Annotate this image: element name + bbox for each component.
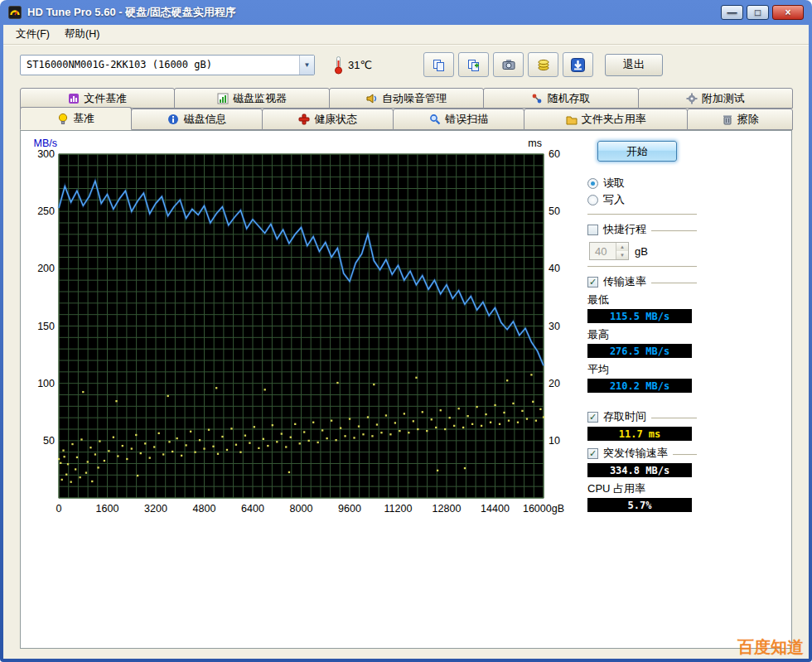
tab-label: 基准 [73,111,94,126]
gear-icon [686,93,698,104]
read-label: 读取 [603,176,625,191]
tab-row-1: 文件基准 磁盘监视器 自动噪音管理 随机存取 附加测试 [20,88,792,109]
svg-text:1600: 1600 [96,503,119,515]
window-controls: — □ × [721,5,804,20]
drive-select[interactable]: ST16000NM001G-2KK103 (16000 gB) ▼ [20,55,315,75]
svg-text:60: 60 [549,148,560,160]
svg-text:3200: 3200 [144,503,167,515]
window-title: HD Tune Pro 5.60 - 硬盘/固态硬盘实用程序 [27,5,721,20]
menu-item-file[interactable]: 文件(F) [8,25,57,44]
tab-label: 文件基准 [84,91,127,106]
svg-text:30: 30 [549,321,560,332]
svg-text:14400: 14400 [481,503,510,515]
tab-label: 健康状态 [314,112,357,127]
drive-select-value: ST16000NM001G-2KK103 (16000 gB) [21,56,299,75]
spacer [587,397,697,408]
maximize-button[interactable]: □ [747,5,769,20]
tab-disk-info[interactable]: 磁盘信息 [131,109,263,130]
svg-text:9600: 9600 [338,503,361,515]
svg-text:50: 50 [43,435,55,447]
tab-aam[interactable]: 自动噪音管理 [329,88,484,109]
tab-benchmark[interactable]: 基准 [20,107,132,130]
chevron-down-icon[interactable]: ▼ [299,56,314,75]
spin-down-icon[interactable]: ▼ [616,251,628,259]
tab-erase[interactable]: 擦除 [687,109,793,130]
app-window: HD Tune Pro 5.60 - 硬盘/固态硬盘实用程序 — □ × 文件(… [0,0,812,662]
burst-rate-checkbox[interactable]: ✓ [587,448,598,459]
svg-text:8000: 8000 [290,503,313,515]
transfer-rate-label: 传输速率 [603,274,646,289]
copy-icon [433,59,445,71]
divider [587,266,697,268]
transfer-rate-checkbox[interactable]: ✓ [587,277,598,288]
tab-folder-usage[interactable]: 文件夹占用率 [524,109,688,130]
svg-text:10: 10 [549,435,560,447]
divider [587,214,697,215]
max-label: 最高 [587,327,697,342]
write-option-row: 写入 [587,191,697,208]
svg-text:12800: 12800 [433,503,462,515]
cpu-usage-label: CPU 占用率 [587,481,697,496]
tab-health[interactable]: 健康状态 [262,109,394,130]
minimize-button[interactable]: — [721,5,743,20]
tab-extra-tests[interactable]: 附加测试 [638,88,793,109]
folder-icon [566,114,578,125]
copy-add-icon [467,59,480,71]
short-stroke-row: 快捷行程 [587,221,697,238]
access-time-row: ✓ 存取时间 [587,408,697,425]
magnifier-icon [429,114,441,125]
svg-text:6400: 6400 [241,503,264,515]
svg-text:16000gB: 16000gB [523,503,564,515]
read-option-row: 读取 [587,175,697,191]
tab-disk-monitor[interactable]: 磁盘监视器 [174,88,329,109]
access-time-label: 存取时间 [603,409,646,424]
exit-button[interactable]: 退出 [605,54,663,76]
tab-label: 附加测试 [702,91,745,106]
access-time-checkbox[interactable]: ✓ [587,412,598,423]
svg-text:0: 0 [56,503,62,515]
svg-text:MB/s: MB/s [34,138,57,149]
copy-add-button[interactable] [458,52,489,77]
close-button[interactable]: × [772,5,804,20]
disk-monitor-icon [217,93,229,104]
tab-label: 磁盘监视器 [233,91,287,106]
download-button[interactable] [563,52,593,77]
random-access-icon [531,93,543,104]
app-body: 文件(F) 帮助(H) ST16000NM001G-2KK103 (16000 … [3,25,809,659]
tab-random-access[interactable]: 随机存取 [483,88,638,109]
cpu-usage-value: 5.7% [587,498,692,512]
access-time-value: 11.7 ms [587,427,692,441]
toolbar-buttons [423,52,593,77]
svg-text:11200: 11200 [384,503,413,515]
divider [673,454,697,456]
svg-text:ms: ms [528,138,542,149]
screenshot-button[interactable] [493,52,524,77]
spin-up-icon[interactable]: ▲ [616,243,628,251]
short-stroke-checkbox[interactable] [587,225,598,235]
copy-button[interactable] [423,52,454,77]
tab-label: 错误扫描 [445,112,488,127]
health-cross-icon [298,114,310,125]
save-button[interactable] [528,52,558,77]
divider [651,230,697,232]
thermometer-icon [333,56,344,75]
info-icon [167,114,179,125]
svg-text:250: 250 [37,205,55,217]
min-label: 最低 [587,292,697,307]
tab-area: 文件基准 磁盘监视器 自动噪音管理 随机存取 附加测试 [3,85,809,130]
tab-label: 随机存取 [547,91,590,106]
svg-text:200: 200 [37,263,55,274]
app-icon [8,6,22,19]
write-radio[interactable] [587,195,598,205]
svg-text:4800: 4800 [193,503,216,515]
start-button[interactable]: 开始 [597,141,677,162]
short-stroke-input[interactable]: 40 ▲ ▼ [589,242,629,260]
read-radio[interactable] [587,178,598,189]
benchmark-chart: 3002502001501005060504030201001600320048… [27,136,582,525]
tab-file-benchmark[interactable]: 文件基准 [20,88,175,109]
benchmark-panel: 3002502001501005060504030201001600320048… [20,130,792,649]
tab-label: 磁盘信息 [183,112,226,127]
divider [651,418,697,419]
menu-item-help[interactable]: 帮助(H) [57,25,107,44]
tab-error-scan[interactable]: 错误扫描 [393,109,524,130]
